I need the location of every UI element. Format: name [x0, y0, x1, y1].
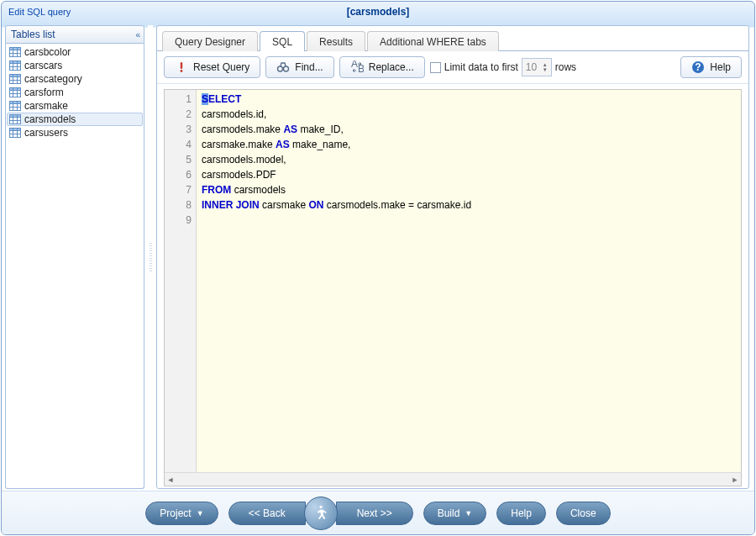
svg-rect-26 — [10, 115, 21, 118]
titlebar: Edit SQL query [carsmodels] — [2, 2, 754, 22]
scroll-left-icon[interactable]: ◄ — [165, 476, 176, 484]
back-label: << Back — [249, 507, 286, 519]
content-row: Tables list « carsbcolorcarscarscarscate… — [2, 22, 754, 491]
sql-editor: 123456789 SELECTcarsmodels.id,carsmodels… — [164, 89, 742, 486]
limit-data-group: Limit data to first 10 ▲▼ rows — [430, 58, 576, 76]
sidebar: Tables list « carsbcolorcarscarscarscate… — [5, 25, 144, 489]
footer: Project▼ << Back Next >> Build▼ Help Clo… — [2, 491, 754, 534]
svg-point-35 — [181, 70, 183, 72]
table-icon — [9, 87, 21, 97]
sql-editor-window: Edit SQL query [carsmodels] Tables list … — [1, 1, 755, 535]
limit-rows-value: 10 — [526, 61, 537, 73]
runner-icon — [312, 505, 329, 522]
tab-results[interactable]: Results — [307, 31, 365, 51]
limit-data-checkbox[interactable] — [430, 62, 441, 73]
replace-label: Replace... — [369, 61, 414, 73]
build-button[interactable]: Build▼ — [423, 502, 487, 525]
svg-point-37 — [278, 66, 283, 71]
chevron-down-icon: ▼ — [197, 509, 204, 518]
horizontal-scrollbar[interactable]: ◄ ► — [165, 472, 741, 486]
find-button[interactable]: Find... — [265, 56, 333, 78]
table-icon — [9, 128, 21, 138]
table-icon — [9, 60, 21, 71]
footer-help-button[interactable]: Help — [496, 502, 546, 525]
replace-icon: AB — [350, 60, 364, 74]
splitter-grip-icon — [150, 243, 152, 271]
toolbar: Reset Query Find... AB Replace... Limit … — [157, 51, 748, 84]
tables-list[interactable]: carsbcolorcarscarscarscategorycarsformca… — [5, 44, 144, 489]
svg-point-38 — [284, 66, 289, 71]
help-button[interactable]: ? Help — [680, 56, 742, 78]
chevron-down-icon: ▼ — [465, 509, 472, 518]
title-left: Edit SQL query — [8, 7, 71, 17]
svg-rect-21 — [10, 102, 21, 104]
replace-button[interactable]: AB Replace... — [339, 56, 425, 78]
nav-group: << Back Next >> — [228, 497, 413, 530]
table-item-carscategory[interactable]: carscategory — [7, 72, 143, 86]
table-icon — [9, 114, 21, 124]
line-gutter: 123456789 — [165, 90, 197, 472]
limit-prefix-label: Limit data to first — [444, 61, 518, 73]
sidebar-header: Tables list « — [5, 25, 144, 44]
run-button[interactable] — [304, 497, 338, 530]
table-icon — [9, 101, 21, 111]
table-item-carsbcolor[interactable]: carsbcolor — [7, 45, 143, 59]
close-label: Close — [570, 507, 596, 519]
close-button[interactable]: Close — [556, 502, 611, 525]
table-item-label: carscategory — [24, 73, 82, 85]
help-icon: ? — [691, 60, 705, 74]
table-item-label: carsusers — [24, 127, 68, 139]
svg-text:?: ? — [696, 61, 701, 73]
splitter[interactable] — [148, 25, 153, 489]
table-icon — [9, 47, 21, 57]
scroll-right-icon[interactable]: ► — [729, 476, 741, 484]
table-item-label: carscars — [24, 60, 62, 71]
table-item-carscars[interactable]: carscars — [7, 59, 143, 72]
tabs: Query DesignerSQLResultsAdditional WHERE… — [157, 26, 748, 51]
svg-rect-36 — [181, 62, 182, 69]
main-panel: Query DesignerSQLResultsAdditional WHERE… — [156, 25, 749, 489]
exclamation-icon — [175, 60, 188, 74]
table-item-label: carsmodels — [24, 113, 76, 125]
limit-suffix-label: rows — [555, 61, 576, 73]
table-item-carsmake[interactable]: carsmake — [7, 99, 143, 113]
collapse-sidebar-icon[interactable]: « — [135, 30, 139, 39]
sql-code-area[interactable]: SELECTcarsmodels.id,carsmodels.make AS m… — [197, 90, 741, 472]
tab-query-designer[interactable]: Query Designer — [162, 31, 258, 51]
svg-rect-11 — [10, 75, 21, 77]
table-item-carsusers[interactable]: carsusers — [7, 126, 143, 139]
svg-rect-1 — [10, 48, 21, 50]
table-item-label: carsform — [24, 87, 64, 98]
reset-query-button[interactable]: Reset Query — [164, 56, 260, 78]
build-label: Build — [438, 507, 460, 519]
svg-rect-31 — [10, 129, 21, 131]
table-item-label: carsmake — [24, 100, 68, 112]
footer-help-label: Help — [511, 507, 532, 519]
table-item-carsmodels[interactable]: carsmodels — [7, 113, 143, 126]
project-button[interactable]: Project▼ — [145, 502, 218, 525]
limit-rows-spinner[interactable]: 10 ▲▼ — [522, 58, 552, 76]
back-button[interactable]: << Back — [228, 502, 306, 525]
find-label: Find... — [295, 61, 323, 73]
spinner-arrows-icon[interactable]: ▲▼ — [543, 62, 548, 72]
project-label: Project — [160, 507, 191, 519]
svg-rect-16 — [10, 88, 21, 91]
table-icon — [9, 74, 21, 84]
next-label: Next >> — [357, 507, 392, 519]
svg-text:A: A — [351, 60, 358, 70]
table-item-label: carsbcolor — [24, 46, 71, 58]
svg-rect-6 — [10, 61, 21, 64]
next-button[interactable]: Next >> — [336, 502, 413, 525]
table-item-carsform[interactable]: carsform — [7, 86, 143, 99]
title-center: [carsmodels] — [2, 6, 754, 18]
binoculars-icon — [276, 60, 290, 74]
help-label: Help — [710, 61, 731, 73]
sidebar-title: Tables list — [11, 29, 55, 40]
tab-sql[interactable]: SQL — [260, 31, 305, 51]
tab-additional-where-tabs[interactable]: Additional WHERE tabs — [367, 31, 499, 51]
reset-query-label: Reset Query — [193, 61, 249, 73]
